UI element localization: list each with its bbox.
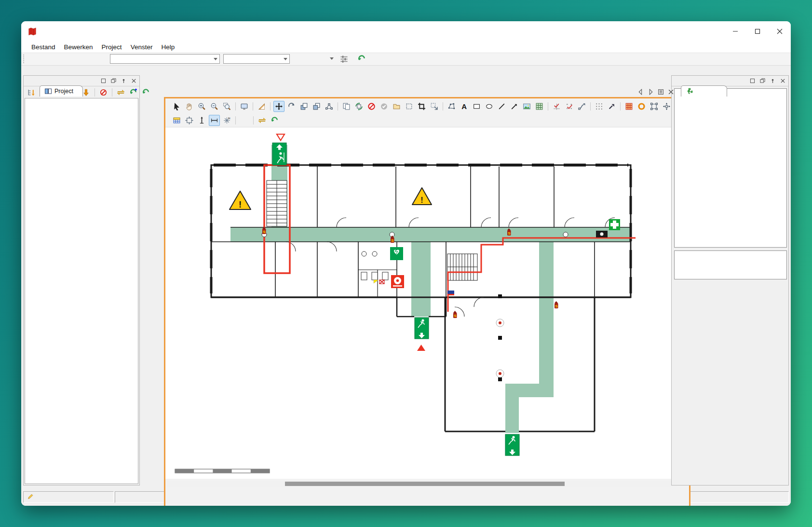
resize-icon[interactable] (429, 101, 440, 112)
fit-screen-icon[interactable] (239, 101, 250, 112)
grid-edit-icon[interactable] (171, 115, 182, 126)
zoom-out-icon[interactable] (209, 101, 220, 112)
crop-icon[interactable] (416, 101, 427, 112)
menu-bewerken[interactable]: Bewerken (60, 42, 97, 52)
exit-sign-southeast[interactable] (505, 434, 519, 456)
maximize-panel-icon[interactable] (759, 77, 766, 84)
zone-ring-icon[interactable] (636, 101, 647, 112)
minimize-button[interactable] (724, 21, 746, 42)
grid-dots-icon[interactable] (594, 101, 605, 112)
refresh-icon[interactable] (269, 115, 280, 126)
table-icon[interactable] (534, 101, 545, 112)
signal-flags[interactable] (374, 280, 384, 284)
filter-settings-icon[interactable] (339, 55, 349, 66)
snap-points-icon[interactable] (564, 101, 575, 112)
exit-sign-north[interactable] (272, 143, 286, 165)
swap-icon[interactable] (115, 87, 126, 98)
tab-next-icon[interactable] (648, 88, 654, 97)
tab-close-icon[interactable] (668, 88, 674, 97)
menu-venster[interactable]: Venster (126, 42, 157, 52)
toolbar-grip[interactable] (23, 55, 26, 63)
rotate-icon[interactable] (286, 101, 297, 112)
language-select[interactable] (223, 54, 290, 64)
fire-hose-sign[interactable] (391, 275, 404, 288)
navigate-icon[interactable] (661, 101, 672, 112)
text-icon[interactable]: A (459, 101, 470, 112)
close-panel-icon[interactable] (779, 77, 786, 84)
staircase-north (267, 180, 287, 226)
scrollbar-thumb[interactable] (285, 482, 565, 486)
snap-route-icon[interactable] (576, 101, 587, 112)
first-aid-sign[interactable] (609, 219, 620, 230)
edit-points-icon[interactable] (324, 101, 335, 112)
wall-device[interactable] (596, 231, 608, 237)
floor-plan-canvas[interactable]: ! ! (165, 127, 678, 479)
accept-icon[interactable] (379, 101, 390, 112)
polygon-icon[interactable] (446, 101, 457, 112)
restore-icon[interactable] (100, 77, 107, 84)
zoom-window-icon[interactable] (221, 101, 232, 112)
block-icon[interactable] (98, 87, 109, 98)
maximize-panel-icon[interactable] (110, 77, 117, 84)
tab-prev-icon[interactable] (637, 88, 644, 97)
select-icon[interactable] (171, 101, 182, 112)
menu-bestand[interactable]: Bestand (27, 42, 60, 52)
svg-text:A: A (461, 102, 467, 110)
bring-forward-icon[interactable] (311, 101, 322, 112)
project-tree[interactable] (25, 98, 138, 484)
close-panel-icon[interactable] (130, 77, 137, 84)
copy-icon[interactable] (341, 101, 352, 112)
rectangle-icon[interactable] (471, 101, 482, 112)
warning-sign-archief[interactable]: ! (412, 188, 432, 205)
ellipse-icon[interactable] (484, 101, 495, 112)
send-backward-icon[interactable] (298, 101, 310, 112)
canvas-horizontal-scrollbar[interactable] (167, 481, 677, 487)
snap-lines-icon[interactable] (551, 101, 562, 112)
puzzle-icon (686, 87, 693, 95)
axis-vertical-icon[interactable] (196, 115, 207, 126)
pan-icon[interactable] (184, 101, 195, 112)
refresh-add-icon[interactable] (128, 87, 139, 98)
dossier-select[interactable] (110, 54, 220, 64)
sort-structure-icon[interactable] (26, 87, 37, 98)
north-arrow-icon[interactable]: N (221, 115, 232, 126)
plan-list[interactable] (674, 250, 787, 279)
warning-sign-high-voltage[interactable]: ! (230, 191, 251, 209)
zone-frame-icon[interactable] (649, 101, 660, 112)
refresh-icon[interactable] (140, 87, 151, 98)
image-icon[interactable] (521, 101, 532, 112)
transform-icon[interactable] (353, 101, 365, 112)
arrow-icon[interactable] (509, 101, 520, 112)
zoom-in-icon[interactable] (196, 101, 207, 112)
grid-move-icon[interactable] (184, 115, 195, 126)
exit-sign-south[interactable] (415, 318, 429, 339)
close-button[interactable] (769, 21, 791, 42)
restore-icon[interactable] (749, 77, 756, 84)
measure-triangle-icon[interactable] (256, 101, 267, 112)
forbid-icon[interactable] (366, 101, 377, 112)
swap-icon[interactable] (257, 115, 268, 126)
axis-horizontal-icon[interactable] (209, 115, 220, 126)
grid-red-icon[interactable] (623, 101, 635, 112)
tab-bibliotheek[interactable] (681, 85, 727, 97)
pin-icon[interactable] (120, 77, 127, 84)
menu-project[interactable]: Project (97, 42, 126, 52)
open-folder-icon[interactable] (391, 101, 402, 112)
pin-icon[interactable] (769, 77, 776, 84)
frame-icon[interactable] (404, 101, 415, 112)
line-icon[interactable] (496, 101, 507, 112)
maximize-button[interactable] (746, 21, 769, 42)
edit-background-button[interactable] (241, 119, 248, 122)
aed-sign[interactable] (390, 247, 403, 260)
menu-help[interactable]: Help (157, 42, 179, 52)
refresh-icon[interactable] (357, 55, 366, 65)
tab-label: Project (54, 88, 73, 95)
title-bar[interactable] (21, 21, 791, 42)
move-icon[interactable] (273, 101, 284, 112)
tab-list-icon[interactable] (658, 88, 664, 97)
jump-icon[interactable] (606, 101, 617, 112)
library-category-list[interactable] (674, 88, 787, 248)
filter-select[interactable] (298, 54, 336, 64)
tab-project[interactable]: Project (40, 85, 83, 97)
flag-marker[interactable] (447, 291, 454, 295)
